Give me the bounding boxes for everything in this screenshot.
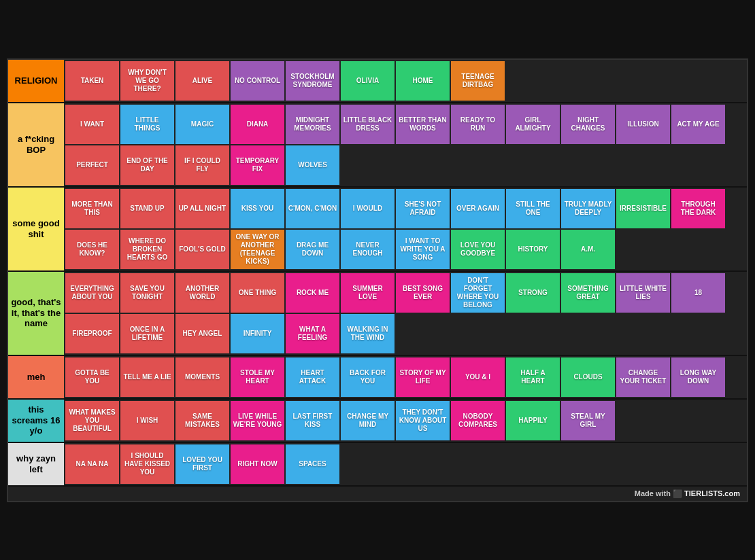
song-item[interactable]: MOMENTS	[175, 357, 229, 397]
song-item[interactable]: PERFECT	[65, 145, 119, 185]
song-item[interactable]: HEART ATTACK	[286, 357, 339, 397]
song-item[interactable]: THROUGH THE DARK	[671, 189, 725, 228]
song-item[interactable]: ONE WAY OR ANOTHER (TEENAGE KICKS)	[231, 230, 284, 269]
song-item[interactable]: BETTER THAN WORDS	[396, 105, 450, 144]
song-item[interactable]: TELL ME A LIE	[120, 357, 174, 397]
song-item[interactable]: WHERE DO BROKEN HEARTS GO	[120, 230, 174, 269]
song-item[interactable]: EVERYTHING ABOUT YOU	[65, 273, 119, 313]
song-item[interactable]: ACT MY AGE	[671, 105, 725, 144]
song-item[interactable]: KISS YOU	[231, 189, 284, 228]
song-item[interactable]: C'MON, C'MON	[286, 189, 339, 228]
tier-label-name: good, that's it, that's the name	[8, 272, 64, 355]
song-item[interactable]: STORY OF MY LIFE	[396, 357, 450, 397]
song-item[interactable]: I SHOULD HAVE KISSED YOU	[120, 444, 174, 484]
song-item[interactable]: READY TO RUN	[451, 105, 505, 144]
tier-items-screams: WHAT MAKES YOU BEAUTIFULI WISHSAME MISTA…	[64, 400, 747, 442]
song-item[interactable]: BACK FOR YOU	[341, 357, 395, 397]
song-item[interactable]: MORE THAN THIS	[65, 189, 119, 228]
song-item[interactable]: CHANGE YOUR TICKET	[616, 357, 670, 397]
song-item[interactable]: INFINITY	[231, 314, 284, 353]
song-item[interactable]: ANOTHER WORLD	[175, 273, 229, 313]
song-item[interactable]: LITTLE THINGS	[120, 105, 174, 144]
song-item[interactable]: LIVE WHILE WE'RE YOUNG	[231, 401, 284, 440]
song-item[interactable]: SPACES	[286, 444, 339, 484]
song-item[interactable]: WHY DON'T WE GO THERE?	[120, 61, 174, 101]
song-item[interactable]: ILLUSION	[616, 105, 670, 144]
tier-row-name: good, that's it, that's the nameEVERYTHI…	[8, 272, 747, 356]
song-item[interactable]: UP ALL NIGHT	[175, 189, 229, 228]
song-item[interactable]: LOVED YOU FIRST	[175, 444, 229, 484]
song-item[interactable]: NEVER ENOUGH	[341, 230, 395, 269]
song-item[interactable]: TEENAGE DIRTBAG	[451, 61, 505, 101]
song-item[interactable]: HEY ANGEL	[175, 314, 229, 353]
song-item[interactable]: I WOULD	[341, 189, 395, 228]
footer: Made with ⬛ TIERLISTS.com	[8, 487, 747, 501]
song-item[interactable]: HOME	[396, 61, 450, 101]
song-item[interactable]: CLOUDS	[561, 357, 615, 397]
song-item[interactable]: OLIVIA	[341, 61, 395, 101]
song-item[interactable]: TAKEN	[65, 61, 119, 101]
song-item[interactable]: WALKING IN THE WIND	[341, 314, 395, 353]
tier-list: RELIGIONTAKENWHY DON'T WE GO THERE?ALIVE…	[7, 58, 748, 502]
song-item[interactable]: MAGIC	[175, 105, 229, 144]
song-item[interactable]: ROCK ME	[286, 273, 339, 313]
song-item[interactable]: RIGHT NOW	[231, 444, 284, 484]
song-item[interactable]: I WISH	[120, 401, 174, 440]
song-item[interactable]: SAME MISTAKES	[175, 401, 229, 440]
song-item[interactable]: THEY DON'T KNOW ABOUT US	[396, 401, 450, 440]
song-item[interactable]: LITTLE WHITE LIES	[616, 273, 670, 313]
song-item[interactable]: FIREPROOF	[65, 314, 119, 353]
song-item[interactable]: I WANT TO WRITE YOU A SONG	[396, 230, 450, 269]
song-item[interactable]: ALIVE	[175, 61, 229, 101]
tier-row-zayn: why zayn leftNA NA NAI SHOULD HAVE KISSE…	[8, 443, 747, 487]
song-item[interactable]: ONCE IN A LIFETIME	[120, 314, 174, 353]
song-item[interactable]: WHAT A FEELING	[286, 314, 339, 353]
song-item[interactable]: LOVE YOU GOODBYE	[451, 230, 505, 269]
song-item[interactable]: SAVE YOU TONIGHT	[120, 273, 174, 313]
song-item[interactable]: SHE'S NOT AFRAID	[396, 189, 450, 228]
song-item[interactable]: IRRESISTIBLE	[616, 189, 670, 228]
song-item[interactable]: NIGHT CHANGES	[561, 105, 615, 144]
song-item[interactable]: A.M.	[561, 230, 615, 269]
song-item[interactable]: END OF THE DAY	[120, 145, 174, 185]
song-item[interactable]: 18	[671, 273, 725, 313]
song-item[interactable]: ONE THING	[231, 273, 284, 313]
song-item[interactable]: IF I COULD FLY	[175, 145, 229, 185]
song-item[interactable]: LITTLE BLACK DRESS	[341, 105, 395, 144]
song-item[interactable]: STOLE MY HEART	[231, 357, 284, 397]
song-item[interactable]: BEST SONG EVER	[396, 273, 450, 313]
song-item[interactable]: DON'T FORGET WHERE YOU BELONG	[451, 273, 505, 313]
song-item[interactable]: HISTORY	[506, 230, 560, 269]
song-item[interactable]: WOLVES	[286, 145, 339, 185]
song-item[interactable]: GIRL ALMIGHTY	[506, 105, 560, 144]
song-item[interactable]: LAST FIRST KISS	[286, 401, 339, 440]
song-item[interactable]: DRAG ME DOWN	[286, 230, 339, 269]
song-item[interactable]: GOTTA BE YOU	[65, 357, 119, 397]
song-item[interactable]: STOCKHOLM SYNDROME	[286, 61, 339, 101]
song-item[interactable]: SUMMER LOVE	[341, 273, 395, 313]
song-item[interactable]: TRULY MADLY DEEPLY	[561, 189, 615, 228]
song-item[interactable]: MIDNIGHT MEMORIES	[286, 105, 339, 144]
song-item[interactable]: HAPPILY	[506, 401, 560, 440]
song-item[interactable]: HALF A HEART	[506, 357, 560, 397]
song-item[interactable]: CHANGE MY MIND	[341, 401, 395, 440]
song-item[interactable]: LONG WAY DOWN	[671, 357, 725, 397]
song-item[interactable]: I WANT	[65, 105, 119, 144]
tier-label-meh: meh	[8, 356, 64, 398]
song-item[interactable]: STILL THE ONE	[506, 189, 560, 228]
tier-items-good-shit: MORE THAN THISSTAND UPUP ALL NIGHTKISS Y…	[64, 188, 747, 270]
song-item[interactable]: YOU & I	[451, 357, 505, 397]
song-item[interactable]: SOMETHING GREAT	[561, 273, 615, 313]
song-item[interactable]: OVER AGAIN	[451, 189, 505, 228]
song-item[interactable]: DOES HE KNOW?	[65, 230, 119, 269]
song-item[interactable]: NO CONTROL	[231, 61, 284, 101]
song-item[interactable]: TEMPORARY FIX	[231, 145, 284, 185]
song-item[interactable]: STEAL MY GIRL	[561, 401, 615, 440]
song-item[interactable]: STRONG	[506, 273, 560, 313]
song-item[interactable]: NA NA NA	[65, 444, 119, 484]
song-item[interactable]: FOOL'S GOLD	[175, 230, 229, 269]
song-item[interactable]: NOBODY COMPARES	[451, 401, 505, 440]
song-item[interactable]: DIANA	[231, 105, 284, 144]
song-item[interactable]: STAND UP	[120, 189, 174, 228]
song-item[interactable]: WHAT MAKES YOU BEAUTIFUL	[65, 401, 119, 440]
